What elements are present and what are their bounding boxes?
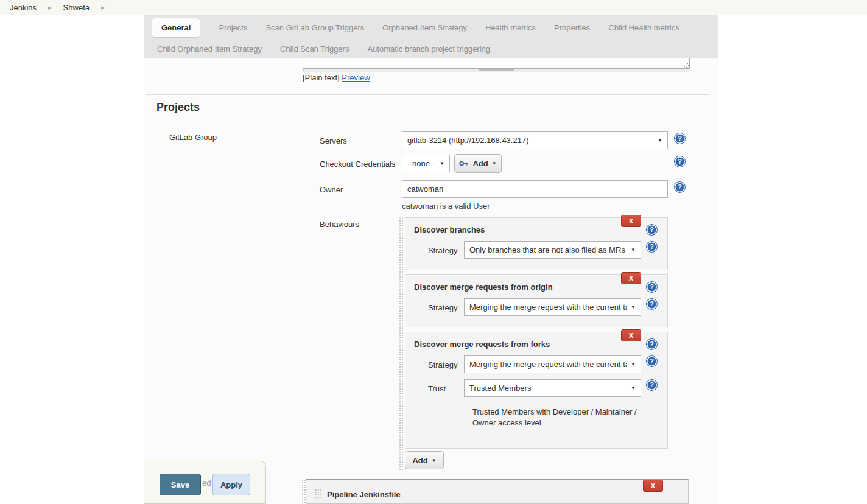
chevron-down-icon: ▼ [631, 385, 636, 391]
save-apply-bar: ed Save Apply [144, 461, 266, 504]
caret-down-icon: ▼ [492, 161, 497, 166]
breadcrumb: Jenkins ▸ Shweta ▸ [0, 0, 867, 15]
trust-label: Trust [428, 384, 446, 393]
strategy-select-value: Only branches that are not also filed as… [469, 245, 627, 254]
tab-general[interactable]: General [152, 18, 200, 38]
trust-help-icon[interactable]: ? [647, 380, 657, 390]
chevron-right-icon[interactable]: ▸ [101, 4, 105, 12]
gitlab-group-label: GitLab Group [169, 133, 217, 142]
chevron-down-icon: ▼ [440, 161, 444, 166]
add-credentials-button[interactable]: Add ▼ [454, 154, 502, 173]
owner-label: Owner [320, 185, 343, 194]
discover-branches-help-icon[interactable]: ? [647, 225, 657, 235]
chevron-down-icon: ▼ [658, 138, 662, 143]
config-tab-bar: General Projects Scan GitLab Group Trigg… [144, 15, 718, 58]
strategy-select-value: Merging the merge request with the curre… [469, 303, 627, 312]
tab-projects[interactable]: Projects [219, 23, 247, 32]
breadcrumb-jenkins[interactable]: Jenkins [10, 3, 37, 12]
plain-text-label: [Plain text] [303, 73, 340, 82]
strategy-help-icon[interactable]: ? [647, 356, 657, 366]
tab-health-metrics[interactable]: Health metrics [485, 23, 536, 32]
discover-mr-origin-title: Discover merge requests from origin [414, 282, 553, 292]
caret-down-icon: ▼ [432, 458, 437, 463]
projects-section-heading: Projects [156, 101, 200, 114]
trust-select[interactable]: Trusted Members ▼ [464, 379, 641, 397]
servers-select-value: gitlab-3214 (http://192.168.43.217) [407, 136, 654, 145]
trust-select-value: Trusted Members [469, 383, 627, 393]
discover-mr-forks-title: Discover merge requests from forks [414, 340, 550, 349]
servers-label: Servers [320, 136, 347, 145]
checkout-credentials-value: - none - [407, 159, 436, 168]
strategy-label: Strategy [428, 246, 457, 255]
preview-link[interactable]: Preview [342, 73, 370, 82]
tab-child-health-metrics[interactable]: Child Health metrics [608, 23, 679, 32]
drag-handle-icon[interactable] [315, 489, 323, 499]
servers-select[interactable]: gitlab-3214 (http://192.168.43.217) ▼ [402, 131, 668, 149]
tab-automatic-branch-project-triggering[interactable]: Automatic branch project triggering [367, 44, 490, 54]
checkout-credentials-help-icon[interactable]: ? [675, 156, 685, 167]
description-textarea[interactable] [303, 58, 690, 69]
chevron-down-icon: ▼ [631, 247, 636, 253]
tab-orphaned-item-strategy[interactable]: Orphaned Item Strategy [382, 23, 467, 32]
trust-description: Trusted Members with Developer / Maintai… [472, 407, 642, 429]
remove-discover-mr-forks-button[interactable]: X [621, 329, 641, 341]
drag-grip-icon [479, 69, 514, 71]
behaviours-drag-strip[interactable] [399, 217, 403, 470]
discover-mr-origin-strategy-select[interactable]: Merging the merge request with the curre… [464, 298, 641, 316]
add-credentials-label: Add [472, 159, 488, 168]
strategy-label: Strategy [428, 303, 457, 312]
apply-button[interactable]: Apply [212, 474, 250, 495]
servers-help-icon[interactable]: ? [675, 133, 685, 144]
checkout-credentials-label: Checkout Credentials [320, 159, 395, 169]
chevron-down-icon: ▼ [631, 362, 636, 367]
tab-child-orphaned-item-strategy[interactable]: Child Orphaned Item Strategy [157, 44, 262, 54]
strategy-select-value: Merging the merge request with the curre… [469, 360, 627, 369]
description-footer: [Plain text] Preview [303, 73, 370, 82]
strategy-help-icon[interactable]: ? [647, 299, 657, 309]
discover-mr-forks-help-icon[interactable]: ? [647, 339, 657, 349]
breadcrumb-shweta[interactable]: Shweta [63, 3, 90, 12]
discover-branches-title: Discover branches [414, 225, 485, 234]
remove-discover-mr-origin-button[interactable]: X [621, 272, 641, 284]
checkout-credentials-select[interactable]: - none - ▼ [402, 155, 450, 172]
strategy-help-icon[interactable]: ? [647, 242, 657, 252]
key-icon [459, 160, 469, 167]
section-divider [146, 94, 709, 95]
owner-validation-message: catwoman is a valid User [402, 201, 490, 211]
owner-input[interactable] [402, 180, 668, 198]
strategy-label: Strategy [428, 360, 457, 369]
discover-branches-strategy-select[interactable]: Only branches that are not also filed as… [464, 241, 641, 259]
add-behaviour-button[interactable]: Add ▼ [405, 451, 444, 469]
scrollbar-track[interactable] [866, 37, 866, 504]
behaviours-label: Behaviours [320, 220, 359, 229]
obscured-page-text: ed [202, 478, 211, 488]
save-button[interactable]: Save [160, 474, 201, 495]
tab-properties[interactable]: Properties [554, 23, 590, 32]
tab-row-1: General Projects Scan GitLab Group Trigg… [144, 15, 718, 40]
tab-child-scan-triggers[interactable]: Child Scan Triggers [280, 44, 349, 54]
add-behaviour-label: Add [412, 456, 427, 465]
pipeline-drag-strip[interactable] [301, 479, 306, 504]
remove-pipeline-jenkinsfile-button[interactable]: X [643, 480, 663, 492]
jenkins-config-page: Jenkins ▸ Shweta ▸ General Projects Scan… [0, 0, 867, 504]
tab-scan-gitlab-group-triggers[interactable]: Scan GitLab Group Triggers [265, 23, 364, 32]
remove-discover-branches-button[interactable]: X [621, 215, 641, 227]
tab-row-2: Child Orphaned Item Strategy Child Scan … [144, 40, 718, 58]
textarea-resize-handle[interactable] [303, 69, 689, 72]
resize-grip-icon[interactable] [683, 61, 689, 68]
discover-mr-forks-strategy-select[interactable]: Merging the merge request with the curre… [464, 355, 641, 373]
owner-help-icon[interactable]: ? [675, 182, 685, 192]
chevron-down-icon: ▼ [631, 304, 636, 310]
pipeline-jenkinsfile-title: Pipeline Jenkinsfile [327, 490, 401, 499]
chevron-right-icon[interactable]: ▸ [48, 4, 52, 12]
discover-mr-origin-help-icon[interactable]: ? [647, 282, 657, 292]
